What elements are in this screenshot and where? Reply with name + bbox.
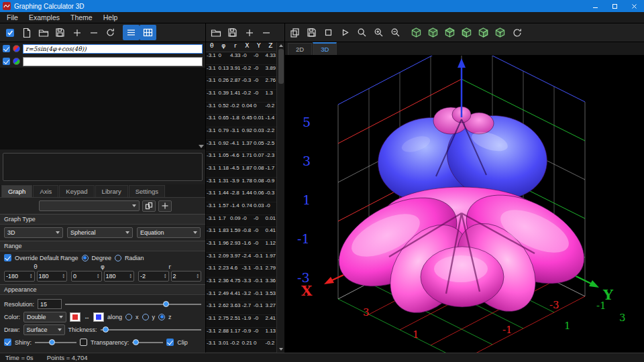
swap-colors-icon[interactable]: ↔ — [84, 314, 90, 320]
table-row[interactable]: -3.10.262.87 -0.3-02.76 — [206, 77, 276, 90]
r-min-spinner[interactable]: -2▲▼ — [138, 271, 169, 282]
zoom-in-icon[interactable] — [370, 25, 387, 40]
table-row[interactable]: -3.10.52-0.2 0.040-0.2 — [206, 103, 276, 115]
table-row[interactable]: -3.11.18-4.5 1.870.08-1.7 — [206, 165, 276, 178]
degree-radio[interactable] — [82, 255, 89, 261]
remove-equation-icon[interactable] — [85, 25, 102, 40]
table-row[interactable]: -3.104.33 -0-04.33 — [206, 52, 276, 65]
plot-canvas[interactable]: 5 3 1 -1 -3 3 1 -1 -3 1 3 — [285, 56, 644, 353]
spinner-arrows-icon[interactable]: ▲▼ — [97, 274, 99, 279]
table-row[interactable]: -3.13.01-0.2 0.210-0.2 — [206, 340, 276, 353]
table-row[interactable]: -3.11.962.93 -1.6-01.12 — [206, 240, 276, 253]
input-mode-select[interactable]: Equation — [137, 227, 201, 238]
slider-thumb[interactable] — [103, 326, 109, 333]
slider-thumb[interactable] — [49, 339, 55, 345]
tab-2d[interactable]: 2D — [288, 43, 312, 55]
transparency-slider[interactable] — [132, 338, 163, 347]
shiny-slider[interactable] — [35, 338, 76, 347]
dimension-select[interactable]: 3D — [4, 227, 63, 238]
equation-color-indicator[interactable] — [13, 45, 20, 52]
view-cube-1-icon[interactable] — [408, 25, 425, 40]
play-icon[interactable] — [337, 25, 354, 40]
rotate-view-icon[interactable] — [508, 25, 525, 40]
scroll-down-icon[interactable] — [199, 145, 204, 148]
add-preset-button[interactable] — [158, 200, 172, 212]
view-cube-4-icon[interactable] — [458, 25, 475, 40]
table-row[interactable]: -3.12.752.51 -1.9-02.41 — [206, 315, 276, 328]
new-file-icon[interactable] — [18, 25, 35, 40]
table-row[interactable]: -3.11.31-3.9 1.780.08-0.9 — [206, 178, 276, 190]
table-row[interactable]: -3.12.234.6 -3.1-0.12.79 — [206, 265, 276, 278]
transparency-checkbox[interactable] — [80, 339, 87, 346]
table-row[interactable]: -3.11.05-4.6 1.710.07-2.3 — [206, 152, 276, 165]
close-icon[interactable] — [625, 0, 644, 12]
tab-graph[interactable]: Graph — [1, 185, 32, 197]
tab-settings[interactable]: Settings — [129, 185, 165, 197]
override-range-checkbox[interactable] — [4, 254, 11, 261]
menu-help[interactable]: Help — [98, 13, 123, 22]
spinner-arrows-icon[interactable]: ▲▼ — [62, 274, 65, 279]
phi-min-spinner[interactable]: 0▲▼ — [71, 271, 102, 282]
along-z-radio[interactable] — [158, 314, 165, 320]
menu-examples[interactable]: Examples — [23, 13, 65, 22]
table-row[interactable]: -3.11.831.59 -0.8-00.41 — [206, 227, 276, 240]
save-icon[interactable] — [52, 25, 68, 40]
equation-input[interactable] — [23, 44, 203, 54]
preset-select[interactable] — [39, 200, 140, 211]
table-add-icon[interactable] — [241, 25, 258, 40]
table-scrollbar[interactable] — [276, 42, 284, 353]
menu-file[interactable]: File — [1, 13, 23, 22]
refresh-icon[interactable] — [102, 25, 119, 40]
tab-keypad[interactable]: Keypad — [59, 185, 94, 197]
table-row[interactable]: -3.12.093.97 -2.4-0.11.97 — [206, 253, 276, 265]
along-y-radio[interactable] — [142, 314, 149, 320]
slider-thumb[interactable] — [133, 339, 139, 345]
equation-visible-checkbox[interactable] — [3, 45, 10, 52]
coordinates-table[interactable]: θ φ r X Y Z -3.104.33 -0-04.33 — [206, 42, 276, 353]
save-image-icon[interactable] — [303, 25, 320, 40]
equation-visible-checkbox[interactable] — [3, 58, 10, 65]
equation-list-area[interactable] — [0, 68, 205, 149]
r-max-spinner[interactable]: 2▲▼ — [171, 271, 202, 282]
equation-input[interactable] — [23, 57, 203, 66]
table-row[interactable]: -3.12.364.75 -3.3-0.13.36 — [206, 278, 276, 290]
menu-theme[interactable]: Theme — [65, 13, 98, 22]
table-panel-toggle-icon[interactable] — [140, 25, 156, 40]
add-equation-icon[interactable] — [68, 25, 85, 40]
slider-thumb[interactable] — [163, 301, 169, 307]
table-row[interactable]: -3.10.92-4.1 1.370.05-2.5 — [206, 140, 276, 153]
radian-radio[interactable] — [115, 255, 121, 261]
spinner-arrows-icon[interactable]: ▲▼ — [164, 274, 166, 279]
theta-min-spinner[interactable]: -180▲▼ — [4, 271, 35, 282]
tab-axis[interactable]: Axis — [33, 185, 58, 197]
table-row[interactable]: -3.10.65-1.8 0.450.01-1.4 — [206, 115, 276, 127]
tab-3d[interactable]: 3D — [313, 42, 337, 55]
table-row[interactable]: -3.12.494.41 -3.2-0.13.53 — [206, 290, 276, 303]
table-open-icon[interactable] — [207, 25, 224, 40]
coordinate-system-select[interactable]: Spherical — [67, 227, 133, 238]
table-row[interactable]: -3.12.881.17 -0.9-01.13 — [206, 328, 276, 341]
view-cube-3-icon[interactable] — [441, 25, 458, 40]
equation-note-box[interactable] — [3, 153, 203, 181]
table-row[interactable]: -3.11.44-2.8 1.440.06-0.3 — [206, 190, 276, 202]
clip-checkbox[interactable] — [166, 339, 174, 346]
scroll-up-icon[interactable] — [279, 44, 283, 47]
color-mode-select[interactable]: Double — [23, 312, 66, 322]
color-swatch-2[interactable] — [93, 312, 104, 322]
tab-library[interactable]: Library — [95, 185, 128, 197]
color-swatch-1[interactable] — [70, 312, 80, 322]
equation-color-indicator[interactable] — [13, 58, 20, 65]
scrollbar-thumb[interactable] — [278, 49, 284, 84]
minimize-icon[interactable] — [586, 0, 605, 12]
view-cube-5-icon[interactable] — [475, 25, 492, 40]
select-check-icon[interactable] — [1, 25, 18, 40]
spinner-arrows-icon[interactable]: ▲▼ — [30, 274, 32, 279]
theta-max-spinner[interactable]: 180▲▼ — [37, 271, 68, 282]
view-cube-6-icon[interactable] — [492, 25, 508, 40]
table-row[interactable]: -3.11.70.09 -0-00.01 — [206, 215, 276, 228]
phi-max-spinner[interactable]: 180▲▼ — [104, 271, 135, 282]
thickness-slider[interactable] — [101, 325, 201, 334]
shiny-checkbox[interactable] — [4, 339, 11, 346]
link-button[interactable] — [142, 200, 156, 212]
draw-mode-select[interactable]: Surface — [23, 324, 65, 335]
